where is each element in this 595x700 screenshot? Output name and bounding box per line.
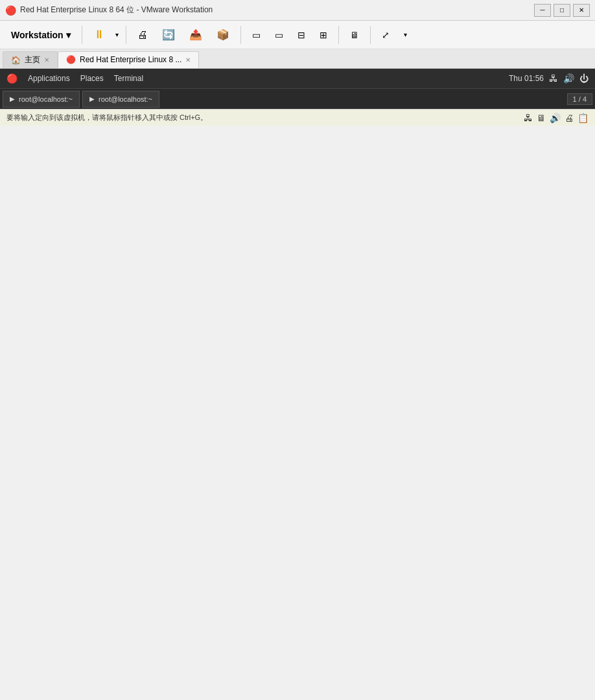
toolbar-separator-5	[370, 26, 371, 44]
status-text: 要将输入定向到该虚拟机，请将鼠标指针移入其中或按 Ctrl+G。	[6, 113, 207, 122]
toolbar-separator-4	[338, 26, 339, 44]
appbar-time-area: Thu 01:56 🖧 🔊 ⏻	[509, 73, 589, 84]
title-bar-text: Red Hat Enterprise Linux 8 64 位 - VMware…	[20, 5, 534, 16]
home-tab-label: 主页	[25, 54, 40, 65]
taskbar-pager: 1 / 4	[567, 93, 592, 105]
network-icon: 🖧	[549, 73, 558, 84]
appbar-applications[interactable]: Applications	[28, 74, 70, 83]
maximize-button[interactable]: □	[554, 4, 570, 17]
vm-area: 🔴 Applications Places Terminal Thu 01:56…	[0, 69, 595, 109]
window-controls: ─ □ ✕	[534, 4, 590, 17]
taskbar-item-2-icon: ▶	[89, 95, 95, 102]
status-bar: 要将输入定向到该虚拟机，请将鼠标指针移入其中或按 Ctrl+G。 🖧 🖥 🔊 🖨…	[0, 109, 595, 126]
toolbar: Workstation ▾ ⏸ ▾ 🖨 🔄 📤 📦 ▭ ▭ ⊟ ⊞ 🖥 ⤢ ▾	[0, 21, 595, 49]
sound-icon: 🔊	[563, 73, 574, 84]
vm-tab-close[interactable]: ✕	[185, 56, 191, 64]
toolbar-btn-1[interactable]: 🖨	[132, 24, 154, 46]
appbar-time: Thu 01:56	[509, 74, 544, 83]
toolbar-btn-2[interactable]: 🔄	[156, 24, 181, 46]
tab-vm[interactable]: 🔴 Red Hat Enterprise Linux 8 ... ✕	[58, 51, 199, 68]
pause-button[interactable]: ⏸	[88, 24, 111, 46]
appbar-places[interactable]: Places	[80, 74, 104, 83]
appbar-icon: 🔴	[6, 73, 18, 84]
home-tab-icon: 🏠	[11, 56, 21, 65]
toolbar-btn-9[interactable]: 🖥	[344, 24, 365, 46]
pause-dropdown[interactable]: ▾	[113, 24, 121, 46]
app-icon: 🔴	[5, 5, 16, 16]
toolbar-separator	[82, 26, 82, 44]
taskbar-item-2[interactable]: ▶ root@localhost:~	[82, 91, 159, 108]
appbar-terminal[interactable]: Terminal	[114, 74, 143, 83]
title-bar: 🔴 Red Hat Enterprise Linux 8 64 位 - VMwa…	[0, 0, 595, 21]
toolbar-btn-6[interactable]: ▭	[269, 24, 289, 46]
status-icons: 🖧 🖥 🔊 🖨 📋	[524, 113, 589, 123]
taskbar-item-1-label: root@localhost:~	[19, 95, 73, 103]
power-icon: ⏻	[579, 73, 589, 84]
app-bar: 🔴 Applications Places Terminal Thu 01:56…	[0, 69, 595, 88]
toolbar-btn-10[interactable]: ⤢	[376, 24, 395, 46]
toolbar-btn-3[interactable]: 📤	[183, 24, 208, 46]
toolbar-btn-8[interactable]: ⊞	[314, 24, 333, 46]
vm-tab-icon: 🔴	[66, 55, 76, 64]
workstation-button[interactable]: Workstation ▾	[5, 24, 76, 46]
toolbar-separator-2	[126, 26, 126, 44]
toolbar-btn-11[interactable]: ▾	[398, 24, 413, 46]
taskbar: ▶ root@localhost:~ ▶ root@localhost:~ 1 …	[0, 88, 595, 109]
taskbar-item-1-icon: ▶	[10, 95, 15, 102]
status-icon-3: 🔊	[550, 113, 561, 123]
status-icon-5: 📋	[578, 113, 589, 123]
toolbar-btn-4[interactable]: 📦	[211, 24, 235, 46]
tab-bar: 🏠 主页 ✕ 🔴 Red Hat Enterprise Linux 8 ... …	[0, 49, 595, 69]
toolbar-separator-3	[240, 26, 241, 44]
taskbar-item-2-label: root@localhost:~	[99, 95, 152, 103]
minimize-button[interactable]: ─	[534, 4, 551, 17]
vm-tab-label: Red Hat Enterprise Linux 8 ...	[80, 55, 181, 64]
status-icon-4: 🖨	[565, 113, 574, 123]
taskbar-item-1[interactable]: ▶ root@localhost:~	[3, 91, 80, 108]
status-icon-2: 🖥	[537, 113, 546, 123]
close-button[interactable]: ✕	[573, 4, 590, 17]
tab-home[interactable]: 🏠 主页 ✕	[3, 51, 58, 68]
status-icon-1: 🖧	[524, 113, 533, 123]
toolbar-btn-7[interactable]: ⊟	[292, 24, 311, 46]
home-tab-close[interactable]: ✕	[44, 56, 49, 64]
toolbar-btn-5[interactable]: ▭	[246, 24, 266, 46]
